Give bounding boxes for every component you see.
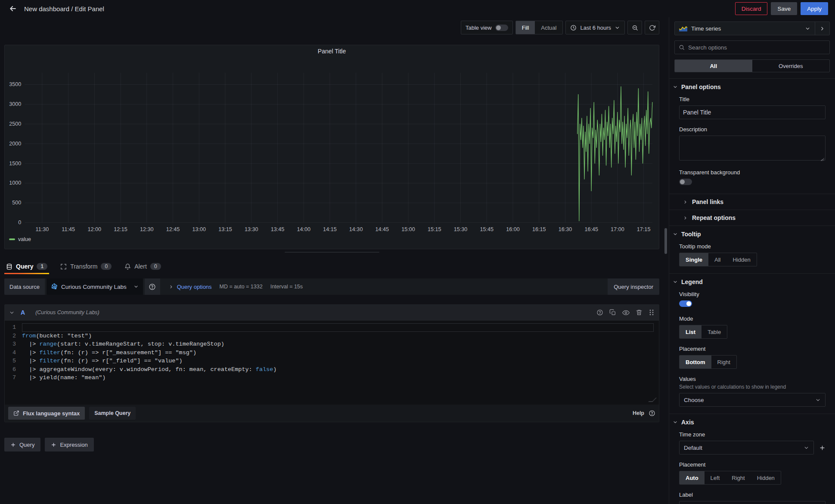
editor-resize-grip[interactable]	[648, 398, 657, 402]
help-label: Help	[633, 410, 644, 416]
alert-count-badge: 0	[150, 263, 161, 270]
tab-alert[interactable]: Alert 0	[123, 259, 162, 274]
add-query-button[interactable]: Query	[4, 438, 40, 451]
datasource-help-button[interactable]	[145, 278, 160, 295]
query-header-actions	[596, 309, 655, 316]
drag-handle-icon[interactable]	[649, 309, 655, 316]
tooltip-mode-label: Tooltip mode	[679, 243, 826, 250]
apply-button[interactable]: Apply	[801, 2, 828, 15]
description-label: Description	[679, 126, 826, 133]
time-range-picker[interactable]: Last 6 hours	[565, 21, 625, 34]
svg-text:15:15: 15:15	[428, 226, 441, 232]
option-auto[interactable]: Auto	[680, 471, 705, 484]
section-panel-options[interactable]: Panel options	[669, 79, 835, 95]
legend-series-label[interactable]: value	[18, 236, 31, 242]
axis-label-input[interactable]	[679, 501, 826, 504]
refresh-button[interactable]	[645, 21, 659, 34]
chevron-down-icon[interactable]	[9, 310, 15, 315]
option-hidden[interactable]: Hidden	[751, 471, 781, 484]
option-all[interactable]: All	[675, 60, 752, 72]
section-legend[interactable]: Legend	[669, 274, 835, 290]
add-buttons-row: Query Expression	[4, 438, 659, 451]
delete-query-icon[interactable]	[636, 309, 643, 316]
refresh-icon	[649, 25, 655, 31]
query-inspector-button[interactable]: Query inspector	[608, 278, 659, 295]
datasource-picker[interactable]: Curious Community Labs	[47, 278, 143, 295]
timezone-select[interactable]: Default	[679, 441, 814, 455]
back-arrow-icon[interactable]	[7, 3, 19, 15]
option-list[interactable]: List	[680, 325, 702, 338]
svg-text:12:15: 12:15	[114, 226, 127, 232]
option-overrides[interactable]: Overrides	[752, 60, 830, 72]
add-timezone-button[interactable]	[819, 445, 826, 451]
section-repeat-options[interactable]: Repeat options	[669, 210, 835, 226]
option-hidden[interactable]: Hidden	[726, 253, 756, 266]
visualization-picker[interactable]: Time series	[675, 22, 815, 35]
repeat-options-title: Repeat options	[692, 214, 736, 221]
option-right[interactable]: Right	[711, 356, 736, 368]
option-single[interactable]: Single	[680, 253, 708, 266]
options-search-input[interactable]	[688, 44, 826, 51]
table-view-toggle[interactable]	[495, 25, 508, 31]
query-datasource-hint: (Curious Community Labs)	[35, 309, 99, 315]
time-series-chart[interactable]: 050010001500200025003000350011:3011:4512…	[5, 57, 659, 235]
plus-icon	[10, 442, 16, 448]
add-expression-button[interactable]: Expression	[45, 438, 93, 451]
tab-transform[interactable]: Transform 0	[59, 259, 113, 274]
sample-query-button[interactable]: Sample Query	[89, 407, 136, 420]
query-help-icon[interactable]	[596, 309, 603, 316]
transform-count-badge: 0	[101, 263, 112, 270]
description-textarea[interactable]	[679, 136, 826, 161]
tab-query[interactable]: Query 1	[4, 259, 49, 274]
svg-text:14:15: 14:15	[323, 226, 337, 232]
svg-text:2000: 2000	[9, 141, 21, 147]
svg-text:0: 0	[18, 220, 21, 226]
timezone-label: Time zone	[679, 431, 826, 438]
option-right[interactable]: Right	[726, 471, 751, 484]
option-bottom[interactable]: Bottom	[680, 356, 711, 368]
collapse-pane-button[interactable]	[815, 22, 829, 35]
section-panel-links[interactable]: Panel links	[669, 194, 835, 210]
svg-text:12:00: 12:00	[88, 226, 102, 232]
svg-text:16:15: 16:15	[532, 226, 546, 232]
option-left[interactable]: Left	[705, 471, 726, 484]
panel-title[interactable]: Panel Title	[5, 45, 659, 57]
zoom-out-button[interactable]	[627, 21, 642, 34]
hide-query-icon[interactable]	[622, 309, 630, 316]
chevron-down-icon	[673, 232, 678, 237]
section-axis[interactable]: Axis	[669, 414, 835, 430]
options-search[interactable]	[674, 40, 830, 54]
option-all[interactable]: All	[708, 253, 726, 266]
textarea-resize-grip[interactable]	[821, 158, 824, 161]
option-fill[interactable]: Fill	[516, 21, 535, 34]
datasource-label: Data source	[4, 278, 45, 295]
editor-help[interactable]: Help	[633, 410, 655, 417]
options-sidebar: Time series AllOverrides Panel options T…	[669, 17, 835, 504]
chevron-down-icon	[804, 445, 809, 451]
chevron-down-icon	[673, 279, 678, 284]
legend-visibility-toggle[interactable]	[679, 300, 692, 307]
table-view-control[interactable]: Table view	[461, 21, 513, 34]
option-table[interactable]: Table	[702, 325, 727, 338]
flux-code-editor[interactable]: 1 2from(bucket: "test")3 |> range(start:…	[5, 320, 659, 405]
flux-syntax-button[interactable]: Flux language syntax	[8, 407, 85, 420]
option-actual[interactable]: Actual	[535, 21, 562, 34]
scrollbar-thumb[interactable]	[664, 228, 667, 254]
svg-text:14:30: 14:30	[349, 226, 363, 232]
discard-button[interactable]: Discard	[735, 2, 768, 15]
transparent-bg-toggle[interactable]	[679, 179, 692, 185]
save-button[interactable]: Save	[771, 2, 797, 15]
pane-splitter[interactable]	[4, 249, 659, 255]
code-lines: 1 2from(bucket: "test")3 |> range(start:…	[5, 323, 659, 382]
chart-legend: value	[5, 235, 659, 244]
plus-icon	[819, 445, 826, 451]
section-tooltip[interactable]: Tooltip	[669, 226, 835, 242]
search-icon	[679, 44, 685, 50]
tab-alert-label: Alert	[134, 263, 147, 270]
legend-values-select[interactable]: Choose	[679, 393, 826, 407]
tab-query-label: Query	[16, 263, 33, 270]
panel-title-input[interactable]	[679, 105, 826, 119]
duplicate-query-icon[interactable]	[609, 309, 616, 316]
query-ref-id[interactable]: A	[21, 309, 25, 316]
query-options-toggle[interactable]: Query options	[169, 284, 212, 290]
